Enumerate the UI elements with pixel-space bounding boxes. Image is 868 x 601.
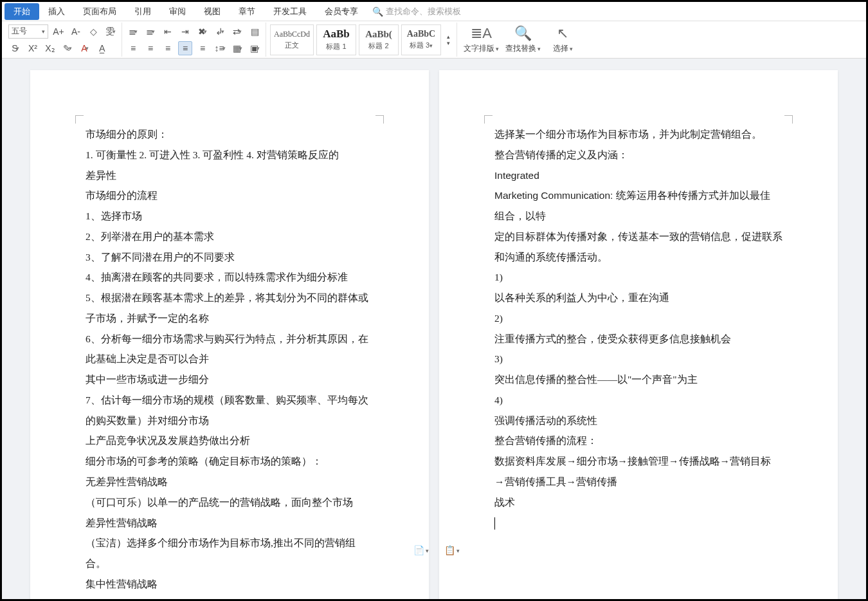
body-line: 整合营销传播的定义及内涵： [494,145,782,165]
body-line: 战术 [494,492,782,513]
font-size-select[interactable]: 五号 ▾ [8,24,48,39]
style-label: 正文 [285,41,299,50]
style-label: 标题 2 [368,41,388,51]
sort-button[interactable]: ✖▾ [195,24,210,39]
body-line: →营销传播工具→营销传播 [494,472,782,492]
body-line: 整合营销传播的流程： [494,430,782,451]
cursor-icon: ↖ [557,25,568,42]
ribbon: 五号 ▾ A+ A- ◇ 雯▾ S▾ X² X₂ ✎▾ A▾ A̲ ≣▾ ≣▾ [2,21,866,59]
body-line: 子市场，并赋予一定的名称 [86,308,374,329]
style-preview: AaBbCcDd [274,30,310,39]
style-normal[interactable]: AaBbCcDd 正文 [270,24,314,55]
numbering-button[interactable]: ≣▾ [143,24,158,39]
style-preview: AaBb( [365,29,392,40]
tab-home[interactable]: 开始 [5,3,39,20]
distribute-button[interactable]: ≡ [195,41,210,55]
paste-options-icon[interactable]: 📋▾ [444,542,460,560]
show-marks-button[interactable]: ↲▾ [213,24,227,39]
body-line: （可口可乐）以单一的产品统一的营销战略，面向整个市场 [86,492,374,513]
subscript-button[interactable]: X₂ [43,41,57,55]
find-replace-button[interactable]: 🔍 查找替换▾ [505,25,541,54]
char-border-button[interactable]: A̲ [95,41,109,55]
body-line: 3) [494,349,782,369]
body-line: 组合，以特 [494,206,782,227]
style-heading2[interactable]: AaBb( 标题 2 [359,24,399,55]
paste-options-flyout: 📄▾ 📋▾ [413,542,460,560]
body-line: 2、列举潜在用户的基本需求 [86,227,374,247]
decrease-font-button[interactable]: A- [69,24,83,39]
strike-button[interactable]: S▾ [8,41,23,55]
style-label: 标题 1 [326,42,346,51]
page-1[interactable]: 市场细分的原则：1. 可衡量性 2. 可进入性 3. 可盈利性 4. 对营销策略… [30,70,429,599]
text-caret [494,513,782,533]
body-line: 无差异性营销战略 [86,472,374,492]
text-layout-button[interactable]: ≣A 文字排版▾ [464,25,499,54]
para-border-button[interactable]: ▤ [248,24,262,39]
font-group: 五号 ▾ A+ A- ◇ 雯▾ S▾ X² X₂ ✎▾ A▾ A̲ [5,23,122,57]
document-area[interactable]: 市场细分的原则：1. 可衡量性 2. 可进入性 3. 可盈利性 4. 对营销策略… [2,59,866,599]
body-line: 7、估计每一细分市场的规模（顾客数量、购买频率、平均每次 [86,390,374,411]
tab-chapter[interactable]: 章节 [230,3,264,20]
body-line: 3、了解不同潜在用户的不同要求 [86,247,374,268]
align-center-button[interactable]: ≡ [143,41,158,55]
phonetic-guide-button[interactable]: 雯▾ [104,24,118,39]
body-line: 集中性营销战略 [86,574,374,595]
body-line: 上产品竞争状况及发展趋势做出分析 [86,430,374,451]
increase-font-button[interactable]: A+ [51,24,66,39]
body-line: Marketing Communication: 统筹运用各种传播方式并加以最佳 [494,185,782,206]
clear-format-button[interactable]: ◇ [86,24,100,39]
font-size-value: 五号 [12,26,27,37]
body-line: 市场细分的原则： [86,124,374,145]
search-placeholder: 查找命令、搜索模板 [386,6,461,17]
style-preview: AaBbC [407,29,435,39]
find-replace-label: 查找替换 [505,43,536,54]
tab-devtools[interactable]: 开发工具 [264,3,316,20]
body-line: 选择某一个细分市场作为目标市场，并为此制定营销组合。 [494,124,782,145]
text-layout-label: 文字排版 [464,43,494,54]
styles-more-button[interactable]: ▴▾ [444,24,453,55]
body-line: 差异性营销战略 [86,513,374,533]
doc-options-icon[interactable]: 📄▾ [413,542,429,560]
tab-page-layout[interactable]: 页面布局 [74,3,125,20]
text-layout-icon: ≣A [471,25,492,42]
align-right-button[interactable]: ≡ [161,41,175,55]
body-line: 4) [494,390,782,411]
align-justify-button[interactable]: ≡ [178,41,192,55]
body-line: 的购买数量）并对细分市场 [86,411,374,431]
tab-references[interactable]: 引用 [125,3,160,20]
bullets-button[interactable]: ≣▾ [126,24,140,39]
page-2[interactable]: 📄▾ 📋▾ 选择某一个细分市场作为目标市场，并为此制定营销组合。整合营销传播的定… [439,70,838,599]
body-line: 1) [494,267,782,288]
body-line: 2) [494,308,782,329]
magnifier-icon: 🔍 [514,25,532,42]
borders-button[interactable]: ▣▾ [248,41,262,55]
select-button[interactable]: ↖ 选择▾ [547,25,578,54]
decrease-indent-button[interactable]: ⇤ [161,24,175,39]
style-heading3[interactable]: AaBbC 标题 3▾ [401,24,441,55]
superscript-button[interactable]: X² [26,41,40,55]
command-search[interactable]: 🔍 查找命令、搜索模板 [372,6,461,17]
shading-button[interactable]: ▦▾ [230,41,244,55]
font-color-button[interactable]: A▾ [78,41,92,55]
tab-view[interactable]: 视图 [195,3,230,20]
style-heading1[interactable]: AaBb 标题 1 [316,24,356,55]
select-label: 选择 [553,43,568,54]
search-icon: 🔍 [372,6,383,17]
body-line: Integrated [494,165,782,186]
body-line: 其中一些市场或进一步细分 [86,369,374,390]
tab-stops-button[interactable]: ⇄▾ [230,24,244,39]
increase-indent-button[interactable]: ⇥ [178,24,192,39]
align-left-button[interactable]: ≡ [126,41,140,55]
body-line: 数据资料库发展→细分市场→接触管理→传播战略→营销目标 [494,451,782,472]
chevron-down-icon: ▾ [42,28,45,35]
tab-insert[interactable]: 插入 [39,3,74,20]
tab-review[interactable]: 审阅 [160,3,195,20]
line-spacing-button[interactable]: ↕≡▾ [213,41,227,55]
body-line: 以各种关系的利益人为中心，重在沟通 [494,288,782,308]
body-line: 定的目标群体为传播对象，传送基本一致的营销信息，促进联系 [494,227,782,247]
body-line: 6、分析每一细分市场需求与购买行为特点，并分析其原因，在 [86,329,374,349]
body-line: 和沟通的系统传播活动。 [494,247,782,268]
tab-member[interactable]: 会员专享 [316,3,367,20]
body-line: 注重传播方式的整合，使受众获得更多信息接触机会 [494,329,782,349]
highlight-button[interactable]: ✎▾ [60,41,75,55]
